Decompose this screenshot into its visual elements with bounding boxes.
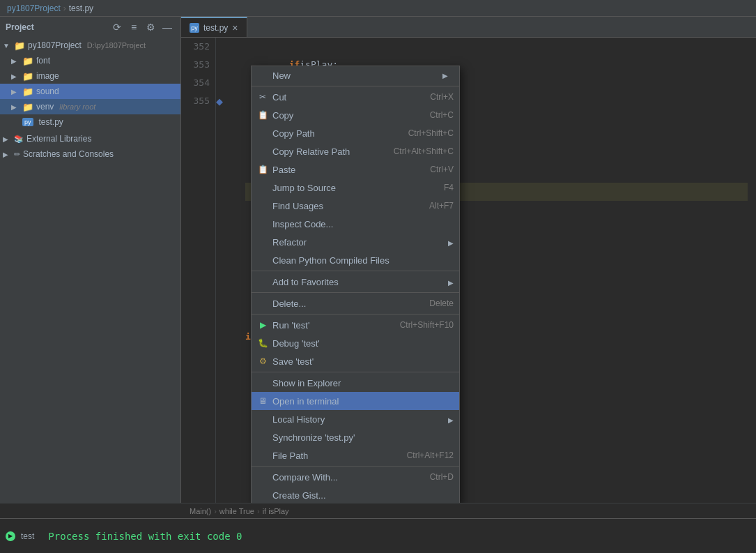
expand-arrow-image: ▶ (11, 73, 20, 80)
breadcrumb-bar: py1807Project › test.py (0, 0, 756, 17)
menu-item-find-usages[interactable]: Find Usages Alt+F7 (252, 197, 459, 215)
tree-item-external[interactable]: ▶ 📚 External Libraries (0, 131, 180, 146)
tab-close-icon[interactable]: × (232, 22, 238, 33)
menu-item-paste[interactable]: 📋 Paste Ctrl+V (252, 160, 459, 179)
expand-arrow-venv: ▶ (11, 103, 20, 111)
nav-main[interactable]: Main() (190, 507, 211, 515)
menu-item-jump-to-source[interactable]: Jump to Source F4 (252, 179, 459, 197)
expand-arrow-font: ▶ (11, 57, 20, 65)
breadcrumb-sep1: › (63, 3, 66, 13)
menu-item-new[interactable]: New (252, 66, 459, 84)
tree-item-testpy[interactable]: ▶ py test.py (0, 114, 180, 130)
tree-label-testpy: test.py (39, 117, 63, 127)
menu-compare-shortcut: Ctrl+D (430, 472, 454, 482)
menu-item-local-history[interactable]: Local History (252, 410, 459, 428)
project-settings-btn[interactable]: ⚙ (143, 20, 158, 35)
nav-while[interactable]: while True (219, 507, 254, 515)
tree-label-sound: sound (36, 86, 59, 96)
separator-6 (252, 466, 459, 467)
tree-item-py1807project[interactable]: ▼ 📁 py1807Project D:\py1807Project (0, 38, 180, 53)
menu-run-label: Run 'test' (272, 320, 396, 331)
history-submenu-arrow (448, 414, 454, 425)
tree-label-venv: venv (36, 102, 54, 112)
save-icon: ⚙ (257, 356, 268, 366)
menu-terminal-label: Open in terminal (272, 396, 454, 407)
editor-nav: Main() › while True › if isPlay (0, 503, 756, 518)
tab-testpy[interactable]: py test.py × (181, 17, 247, 37)
editor-area: 352 353 354 355 (181, 38, 756, 503)
separator-5 (252, 372, 459, 372)
menu-item-copy[interactable]: 📋 Copy Ctrl+C (252, 106, 459, 124)
tree-item-image[interactable]: ▶ 📁 image (0, 68, 180, 84)
menu-item-delete[interactable]: Delete... Delete (252, 294, 459, 312)
tree-label-image: image (36, 71, 59, 81)
debug-icon: 🐛 (257, 338, 268, 348)
folder-icon-image: 📁 (22, 71, 33, 82)
menu-item-show-explorer[interactable]: Show in Explorer (252, 374, 459, 392)
tree-label-scratches: Scratches and Consoles (23, 149, 114, 159)
menu-delete-shortcut: Delete (429, 298, 454, 308)
nav-if-isplay[interactable]: if isPlay (263, 507, 289, 515)
run-label: test (21, 531, 34, 541)
menu-item-file-path[interactable]: File Path Ctrl+Alt+F12 (252, 446, 459, 464)
menu-item-synchronize[interactable]: Synchronize 'test.py' (252, 428, 459, 446)
menu-item-copy-path[interactable]: Copy Path Ctrl+Shift+C (252, 124, 459, 142)
menu-copy-relative-label: Copy Relative Path (272, 146, 389, 157)
project-toolbar-label: Project (6, 22, 34, 32)
project-sync-btn[interactable]: ⟳ (109, 20, 125, 35)
menu-item-debug[interactable]: 🐛 Debug 'test' (252, 334, 459, 352)
project-close-btn[interactable]: — (160, 20, 175, 35)
menu-item-open-terminal[interactable]: 🖥 Open in terminal (252, 392, 459, 410)
menu-save-label: Save 'test' (272, 356, 454, 367)
menu-copy-shortcut: Ctrl+C (430, 110, 454, 120)
menu-item-clean-python[interactable]: Clean Python Compiled Files (252, 251, 459, 269)
menu-refactor-label: Refactor (272, 237, 444, 248)
menu-copy-path-shortcut: Ctrl+Shift+C (408, 128, 454, 138)
tab-testpy-label: test.py (203, 23, 228, 33)
tree-label-font: font (36, 56, 50, 66)
menu-run-shortcut: Ctrl+Shift+F10 (400, 320, 454, 330)
menu-explorer-label: Show in Explorer (272, 378, 454, 388)
tab-bar: Project ⟳ ≡ ⚙ — py test.py × (0, 17, 756, 38)
menu-clean-label: Clean Python Compiled Files (272, 255, 454, 266)
tree-label-external: External Libraries (26, 134, 91, 144)
menu-item-copy-relative[interactable]: Copy Relative Path Ctrl+Alt+Shift+C (252, 142, 459, 160)
menu-jump-label: Jump to Source (272, 183, 440, 193)
separator-3 (252, 292, 459, 293)
output-panel: test Process finished with exit code 0 (0, 518, 756, 553)
menu-copy-relative-shortcut: Ctrl+Alt+Shift+C (394, 146, 454, 156)
menu-item-create-gist[interactable]: Create Gist... (252, 486, 459, 503)
menu-favorites-label: Add to Favorites (272, 277, 444, 287)
menu-paste-label: Paste (272, 165, 426, 175)
menu-find-label: Find Usages (272, 201, 425, 211)
separator-1 (252, 86, 459, 86)
output-text: Process finished with exit code 0 (40, 531, 250, 542)
folder-icon-venv: 📁 (22, 102, 33, 112)
menu-item-cut[interactable]: ✂ Cut Ctrl+X (252, 88, 459, 106)
nav-sep-1: › (214, 507, 217, 515)
menu-cut-label: Cut (272, 92, 426, 103)
folder-icon-font: 📁 (22, 56, 33, 66)
folder-icon-py1807: 📁 (14, 40, 25, 51)
menu-item-run[interactable]: ▶ Run 'test' Ctrl+Shift+F10 (252, 316, 459, 334)
menu-item-compare[interactable]: Compare With... Ctrl+D (252, 468, 459, 486)
tree-item-sound[interactable]: ▶ 📁 sound (0, 84, 180, 99)
cut-icon: ✂ (257, 92, 268, 102)
breadcrumb-project[interactable]: py1807Project (7, 3, 61, 13)
external-icon: 📚 (14, 135, 24, 144)
menu-item-save[interactable]: ⚙ Save 'test' (252, 352, 459, 370)
expand-arrow-sound: ▶ (11, 88, 20, 96)
menu-item-add-favorites[interactable]: Add to Favorites (252, 273, 459, 291)
menu-item-refactor[interactable]: Refactor (252, 233, 459, 251)
tree-item-scratches[interactable]: ▶ ✏ Scratches and Consoles (0, 146, 180, 162)
menu-history-label: Local History (272, 414, 444, 425)
tree-item-font[interactable]: ▶ 📁 font (0, 53, 180, 68)
menu-sync-label: Synchronize 'test.py' (272, 432, 454, 443)
code-line-352 (245, 38, 748, 56)
terminal-icon: 🖥 (257, 396, 268, 406)
menu-item-inspect[interactable]: Inspect Code... (252, 215, 459, 233)
menu-gist-label: Create Gist... (272, 490, 454, 501)
project-collapse-btn[interactable]: ≡ (126, 20, 141, 35)
tree-item-venv[interactable]: ▶ 📁 venv library root (0, 99, 180, 114)
breadcrumb-file[interactable]: test.py (69, 3, 93, 13)
